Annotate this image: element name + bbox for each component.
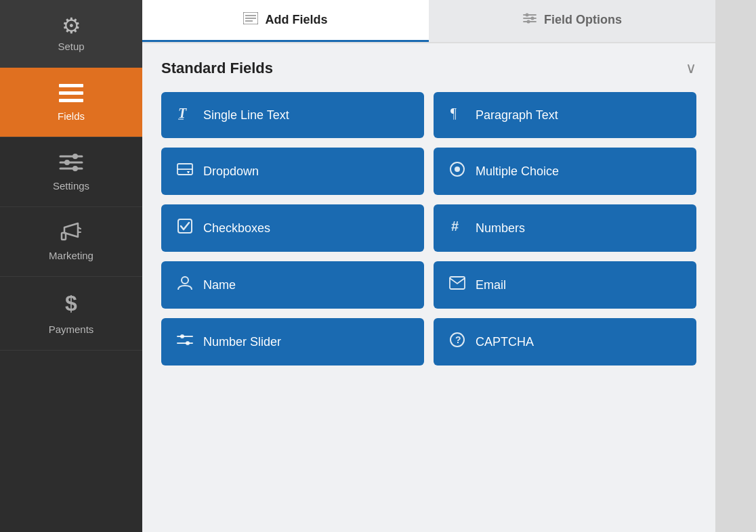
svg-point-35 — [182, 277, 188, 284]
numbers-icon: # — [448, 218, 466, 238]
field-button-number-slider[interactable]: Number Slider — [161, 318, 424, 365]
dropdown-icon — [176, 162, 194, 181]
field-button-single-line-text[interactable]: T Single Line Text — [161, 92, 424, 138]
field-label-multiple-choice: Multiple Choice — [476, 164, 559, 179]
field-label-checkboxes: Checkboxes — [203, 221, 270, 236]
svg-text:T: T — [178, 106, 187, 120]
field-button-multiple-choice[interactable]: Multiple Choice — [434, 148, 696, 195]
sidebar-label-fields: Fields — [58, 110, 85, 122]
settings-icon — [59, 152, 83, 176]
svg-text:#: # — [451, 219, 459, 234]
sidebar-item-marketing[interactable]: Marketing — [0, 207, 142, 277]
field-button-numbers[interactable]: # Numbers — [434, 204, 696, 252]
svg-text:$: $ — [65, 292, 77, 315]
email-icon — [448, 276, 466, 294]
field-options-tab-icon — [522, 12, 537, 28]
svg-point-32 — [455, 167, 460, 172]
field-button-name[interactable]: Name — [161, 261, 424, 309]
name-icon — [176, 275, 194, 295]
svg-rect-0 — [59, 84, 83, 87]
field-label-name: Name — [203, 278, 236, 292]
sidebar-label-payments: Payments — [49, 324, 94, 335]
number-slider-icon — [176, 333, 194, 351]
svg-point-40 — [186, 341, 190, 345]
fields-grid: T Single Line Text ¶ Paragraph Text — [161, 92, 696, 365]
svg-point-20 — [526, 14, 529, 17]
fields-icon — [59, 83, 83, 106]
payments-icon: $ — [61, 292, 81, 319]
svg-rect-1 — [59, 91, 83, 95]
tab-add-fields[interactable]: Add Fields — [142, 0, 429, 42]
field-label-email: Email — [476, 278, 506, 292]
single-line-text-icon: T — [176, 106, 194, 125]
field-label-paragraph-text: Paragraph Text — [476, 108, 558, 123]
field-label-dropdown: Dropdown — [203, 164, 259, 179]
svg-text:?: ? — [455, 334, 461, 345]
chevron-down-icon[interactable]: ∨ — [686, 60, 696, 77]
sidebar-label-settings: Settings — [53, 180, 89, 192]
fields-area: Standard Fields ∨ T Single Line Text ¶ — [142, 43, 715, 532]
marketing-icon — [60, 222, 82, 246]
captcha-icon: ? — [448, 332, 466, 352]
svg-text:¶: ¶ — [450, 106, 457, 120]
checkboxes-icon — [176, 218, 194, 238]
field-button-checkboxes[interactable]: Checkboxes — [161, 204, 424, 252]
sidebar-label-setup: Setup — [58, 41, 84, 52]
tab-add-fields-label: Add Fields — [265, 13, 327, 27]
paragraph-text-icon: ¶ — [448, 106, 466, 125]
add-fields-tab-icon — [243, 12, 258, 28]
field-label-captcha: CAPTCHA — [476, 335, 534, 349]
multiple-choice-icon — [448, 161, 466, 181]
sidebar: ⚙ Setup Fields Settings — [0, 0, 142, 532]
sidebar-label-marketing: Marketing — [49, 250, 93, 261]
right-panel — [715, 0, 756, 532]
svg-point-24 — [527, 20, 530, 24]
section-header: Standard Fields ∨ — [161, 60, 696, 77]
sidebar-item-payments[interactable]: $ Payments — [0, 277, 142, 351]
tab-field-options[interactable]: Field Options — [429, 0, 715, 42]
field-label-single-line-text: Single Line Text — [203, 108, 289, 123]
sidebar-item-setup[interactable]: ⚙ Setup — [0, 0, 142, 68]
field-label-numbers: Numbers — [476, 221, 525, 236]
field-label-number-slider: Number Slider — [203, 335, 281, 349]
field-button-dropdown[interactable]: Dropdown — [161, 148, 424, 195]
svg-rect-11 — [62, 233, 66, 240]
svg-point-7 — [64, 160, 70, 165]
tab-bar: Add Fields Field Options — [142, 0, 715, 43]
main-content: Add Fields Field Options Standard Fields… — [142, 0, 715, 532]
field-button-email[interactable]: Email — [434, 261, 696, 309]
svg-point-22 — [531, 17, 534, 20]
sidebar-item-settings[interactable]: Settings — [0, 137, 142, 207]
section-title: Standard Fields — [161, 60, 273, 77]
svg-point-5 — [72, 154, 78, 159]
field-button-captcha[interactable]: ? CAPTCHA — [434, 318, 696, 365]
svg-marker-30 — [187, 171, 190, 174]
gear-icon: ⚙ — [62, 15, 81, 37]
field-button-paragraph-text[interactable]: ¶ Paragraph Text — [434, 92, 696, 138]
svg-point-9 — [72, 166, 78, 171]
tab-field-options-label: Field Options — [544, 13, 622, 27]
svg-rect-2 — [59, 99, 83, 102]
svg-point-38 — [180, 334, 184, 338]
sidebar-item-fields[interactable]: Fields — [0, 68, 142, 137]
